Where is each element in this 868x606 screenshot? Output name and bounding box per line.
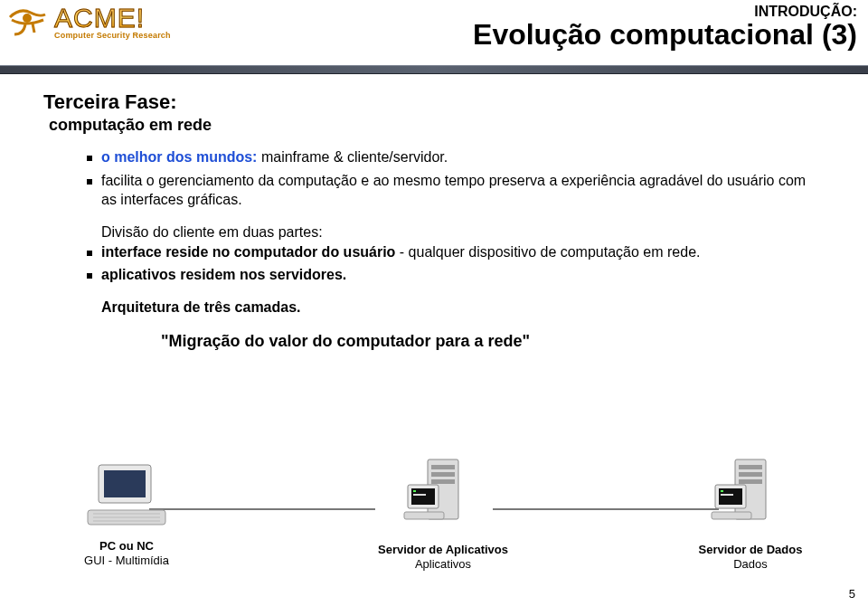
svg-rect-19 <box>739 479 762 484</box>
svg-rect-8 <box>431 465 455 469</box>
dataserver-label-1: Servidor de Dados <box>669 543 832 557</box>
svg-rect-2 <box>104 470 146 497</box>
bullet-1: o melhor dos mundos: mainframe & cliente… <box>87 147 825 167</box>
client-node: PC ou NC GUI - Multimídia <box>45 461 208 567</box>
svg-rect-24 <box>712 512 751 519</box>
client-label-2: GUI - Multimídia <box>45 554 208 568</box>
division-item-1-rest: - qualquer dispositivo de computação em … <box>395 244 700 260</box>
server-icon <box>710 523 791 538</box>
division-item-1-bold: interface reside no computador do usuári… <box>101 244 395 260</box>
svg-rect-10 <box>431 479 455 484</box>
division-item-2: aplicativos residem nos servidores. <box>87 265 825 285</box>
slide-content: Terceira Fase: computação em rede o melh… <box>0 74 868 351</box>
logo: ACME! Computer Security Research <box>7 4 171 40</box>
svg-rect-22 <box>721 490 723 492</box>
division-heading: Divisão do cliente em duas partes: <box>87 224 825 241</box>
svg-rect-18 <box>739 472 762 477</box>
quote-line: "Migração do valor do computador para a … <box>161 332 825 351</box>
appserver-node: Servidor de Aplicativos Aplicativos <box>362 458 524 571</box>
svg-rect-23 <box>721 494 733 496</box>
logo-sub: Computer Security Research <box>54 32 171 40</box>
appserver-label-1: Servidor de Aplicativos <box>362 543 524 557</box>
server-icon <box>402 523 484 538</box>
svg-rect-14 <box>413 494 426 496</box>
client-label-1: PC ou NC <box>45 539 208 554</box>
computer-icon <box>86 519 167 535</box>
svg-rect-15 <box>404 512 444 519</box>
division-block: Divisão do cliente em duas partes: inter… <box>87 224 825 285</box>
phase-title: Terceira Fase: <box>43 90 825 114</box>
bullet-1-lead: o melhor dos mundos: <box>101 149 257 165</box>
eye-of-horus-icon <box>7 4 49 40</box>
svg-rect-9 <box>431 472 455 477</box>
appserver-label-2: Aplicativos <box>362 557 524 572</box>
architecture-line: Arquitetura de três camadas. <box>101 299 825 316</box>
slide-title: Evolução computacional (3) <box>473 20 857 51</box>
title-block: INTRODUÇÃO: Evolução computacional (3) <box>473 4 857 51</box>
svg-point-0 <box>23 14 32 23</box>
main-bullets: o melhor dos mundos: mainframe & cliente… <box>87 147 825 210</box>
svg-rect-17 <box>739 465 762 469</box>
division-item-1: interface reside no computador do usuári… <box>87 242 825 262</box>
header-divider <box>0 65 868 74</box>
phase-subtitle: computação em rede <box>49 116 825 135</box>
dataserver-label-2: Dados <box>669 557 832 572</box>
logo-main: ACME! <box>54 5 171 32</box>
dataserver-node: Servidor de Dados Dados <box>669 458 832 571</box>
slide-header: ACME! Computer Security Research INTRODU… <box>0 0 868 65</box>
page-number: 5 <box>849 587 855 601</box>
svg-rect-13 <box>413 490 416 492</box>
bullet-2: facilita o gerenciamento da computação e… <box>87 171 825 210</box>
architecture-diagram: PC ou NC GUI - Multimídia Servidor de Ap… <box>0 452 868 588</box>
bullet-1-rest: mainframe & cliente/servidor. <box>257 149 448 165</box>
